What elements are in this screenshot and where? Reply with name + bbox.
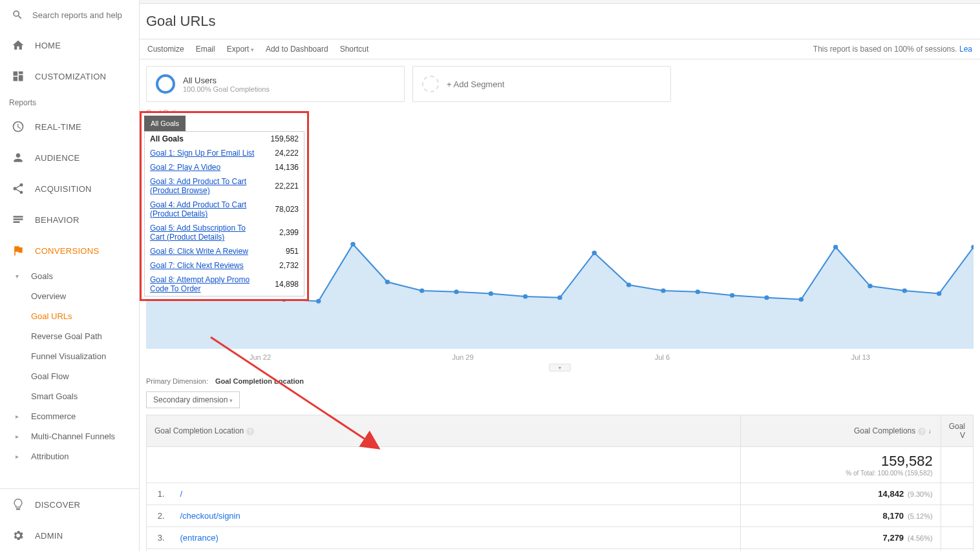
nav-behavior[interactable]: BEHAVIOR — [0, 204, 139, 235]
goal-label[interactable]: Goal 7: Click Next Reviews — [150, 261, 244, 270]
nav-attribution[interactable]: Attribution — [31, 446, 139, 466]
goal-row[interactable]: All Goals159,582 — [145, 132, 304, 146]
reports-label: Reports — [0, 92, 139, 111]
nav-goal-flow[interactable]: Goal Flow — [31, 366, 139, 386]
chart-date-2: Jul 6 — [655, 353, 670, 361]
goal-row[interactable]: Goal 7: Click Next Reviews2,732 — [145, 258, 304, 273]
nav-funnel-visualization[interactable]: Funnel Visualization — [31, 346, 139, 366]
add-segment-icon — [422, 76, 439, 92]
svg-point-17 — [661, 289, 665, 293]
goal-label[interactable]: Goal 6: Click Write A Review — [150, 247, 248, 256]
col-completions[interactable]: Goal Completions? ↓ — [740, 415, 941, 447]
nav-ecommerce[interactable]: Ecommerce — [31, 406, 139, 426]
nav-goals[interactable]: Goals — [31, 266, 139, 286]
nav-audience[interactable]: AUDIENCE — [0, 142, 139, 173]
help-icon[interactable]: ? — [918, 428, 926, 435]
list-icon — [12, 213, 25, 226]
search-box[interactable]: Search reports and help — [0, 0, 139, 30]
segment-all-users[interactable]: All Users 100.00% Goal Completions — [146, 66, 405, 102]
help-icon[interactable]: ? — [246, 428, 254, 435]
col-goal-value[interactable]: Goal V — [941, 415, 973, 447]
secondary-dimension-button[interactable]: Secondary dimension — [146, 391, 240, 408]
home-icon — [12, 39, 25, 52]
add-segment-button[interactable]: + Add Segment — [412, 66, 671, 102]
total-pct: % of Total: 100.00% (159,582) — [749, 470, 933, 477]
goal-urls-table: Goal Completion Location? Goal Completio… — [146, 415, 974, 551]
goal-url-link[interactable]: (entrance) — [180, 533, 218, 543]
export-button[interactable]: Export — [227, 45, 254, 54]
segment-name: All Users — [183, 76, 270, 85]
goal-value: 14,898 — [275, 280, 299, 289]
svg-point-14 — [557, 295, 562, 300]
goal-value: 2,399 — [279, 228, 299, 237]
chart-pager[interactable]: ▾ — [549, 364, 571, 371]
nav-smart-goals[interactable]: Smart Goals — [31, 386, 139, 406]
shortcut-button[interactable]: Shortcut — [340, 45, 369, 54]
goal-label[interactable]: Goal 1: Sign Up For Email List — [150, 149, 254, 158]
col-location[interactable]: Goal Completion Location? — [147, 415, 741, 447]
nav-acquisition[interactable]: ACQUISITION — [0, 173, 139, 204]
nav-discover[interactable]: DISCOVER — [0, 489, 139, 520]
email-button[interactable]: Email — [196, 45, 215, 54]
svg-point-23 — [868, 284, 872, 288]
row-index: 2. — [147, 505, 173, 527]
primary-dimension-value[interactable]: Goal Completion Location — [215, 377, 304, 385]
goal-label[interactable]: Goal 8: Attempt Apply Promo Code To Orde… — [150, 275, 260, 293]
nav-overview[interactable]: Overview — [31, 286, 139, 306]
svg-point-18 — [696, 289, 700, 294]
goal-url-link[interactable]: / — [180, 489, 183, 499]
bulb-icon — [12, 498, 25, 511]
goal-label[interactable]: Goal 2: Play A Video — [150, 163, 220, 172]
nav-customization[interactable]: CUSTOMIZATION — [0, 61, 139, 92]
svg-point-21 — [799, 297, 804, 302]
goal-value: 22,221 — [275, 182, 299, 191]
person-icon — [12, 151, 25, 164]
goal-label[interactable]: Goal 5: Add Subscription To Cart (Produc… — [150, 224, 260, 242]
customize-button[interactable]: Customize — [147, 45, 184, 54]
svg-point-15 — [592, 251, 597, 255]
goal-url-link[interactable]: /checkout/signin — [180, 511, 240, 521]
row-pct: (4.56%) — [908, 534, 933, 542]
goal-row[interactable]: Goal 3: Add Product To Cart (Product Bro… — [145, 174, 304, 198]
goal-value: 159,582 — [271, 134, 299, 143]
goal-row[interactable]: Goal 6: Click Write A Review951 — [145, 244, 304, 258]
nav-goal-urls[interactable]: Goal URLs — [31, 306, 139, 326]
table-row: 4./checkout/confirm-order5,258(3.29%) — [147, 549, 974, 552]
chart-date-1: Jun 29 — [452, 353, 473, 361]
nav-admin[interactable]: ADMIN — [0, 520, 139, 551]
goal-row[interactable]: Goal 5: Add Subscription To Cart (Produc… — [145, 221, 304, 244]
nav-home[interactable]: HOME — [0, 30, 139, 61]
nav-realtime[interactable]: REAL-TIME — [0, 111, 139, 142]
goal-row[interactable]: Goal 8: Attempt Apply Promo Code To Orde… — [145, 273, 304, 296]
svg-point-20 — [764, 295, 769, 300]
table-row: 2./checkout/signin8,170(5.12%) — [147, 505, 974, 527]
total-completions: 159,582 — [749, 453, 933, 470]
goal-row[interactable]: Goal 2: Play A Video14,136 — [145, 160, 304, 174]
goal-label[interactable]: Goal 4: Add Product To Cart (Product Det… — [150, 200, 260, 218]
clock-icon — [12, 120, 25, 133]
table-row: 3.(entrance)7,279(4.56%) — [147, 527, 974, 549]
nav-reverse-goal-path[interactable]: Reverse Goal Path — [31, 326, 139, 346]
nav-multi-channel[interactable]: Multi-Channel Funnels — [31, 426, 139, 446]
learn-more-link[interactable]: Lea — [959, 45, 972, 54]
search-icon — [12, 9, 23, 21]
sort-arrow-icon: ↓ — [928, 428, 932, 435]
goal-row[interactable]: Goal 4: Add Product To Cart (Product Det… — [145, 198, 304, 221]
svg-point-13 — [523, 295, 527, 299]
goal-label[interactable]: All Goals — [150, 134, 184, 143]
gear-icon — [12, 529, 25, 542]
row-value: 7,279 — [883, 533, 904, 543]
all-goals-tab[interactable]: All Goals — [144, 116, 186, 131]
add-to-dashboard-button[interactable]: Add to Dashboard — [266, 45, 328, 54]
share-icon — [12, 182, 25, 195]
page-title: Goal URLs — [146, 4, 980, 39]
row-value: 8,170 — [883, 511, 904, 521]
goal-label[interactable]: Goal 3: Add Product To Cart (Product Bro… — [150, 177, 260, 195]
svg-point-24 — [902, 289, 907, 293]
nav-conversions[interactable]: CONVERSIONS — [0, 235, 139, 266]
goal-row[interactable]: Goal 1: Sign Up For Email List24,222 — [145, 146, 304, 160]
row-index: 1. — [147, 483, 173, 505]
report-toolbar: Customize Email Export Add to Dashboard … — [140, 39, 980, 59]
primary-dimension-row: Primary Dimension: Goal Completion Locat… — [146, 377, 974, 385]
summary-row: 159,582% of Total: 100.00% (159,582) — [147, 447, 974, 483]
